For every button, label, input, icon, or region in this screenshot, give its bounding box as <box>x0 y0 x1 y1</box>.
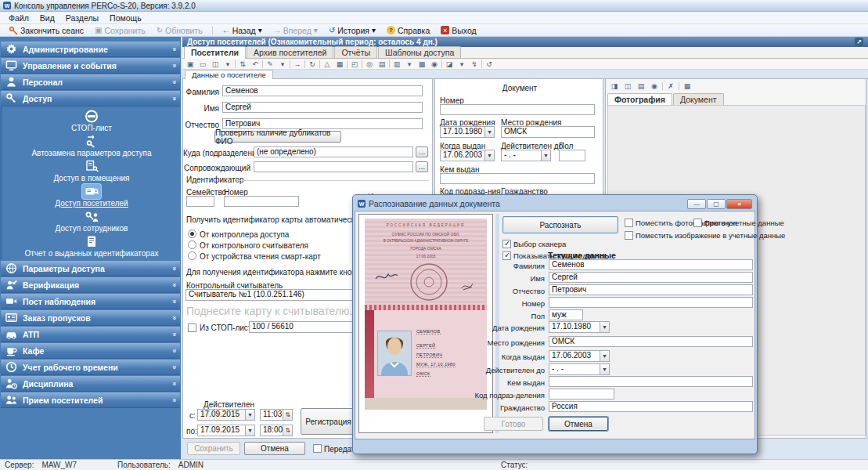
place-photo-checkbox[interactable] <box>625 219 633 227</box>
end-session-button[interactable]: Закончить сеанс <box>3 24 89 36</box>
sidebar-item-observation-post[interactable]: Пост наблюдения » <box>1 294 180 309</box>
done-button[interactable]: Готово <box>484 417 543 431</box>
sidebar-item-verification[interactable]: Верификация » <box>1 277 180 293</box>
collapse-chevron-icon[interactable]: » <box>170 283 178 287</box>
edit-dropdown-icon[interactable]: ▾ <box>277 60 288 69</box>
print-icon[interactable]: ▤ <box>636 81 646 91</box>
card-icon[interactable]: ▤ <box>376 60 387 69</box>
issued-by-field[interactable] <box>440 173 595 184</box>
menu-item[interactable]: Вид <box>34 13 60 24</box>
twain-dialog-checkbox[interactable] <box>502 251 511 260</box>
from-stoplist-checkbox[interactable] <box>188 324 196 332</box>
menu-item[interactable]: Помощь <box>104 13 147 24</box>
surname-field[interactable]: Семенов <box>222 85 423 96</box>
collapse-chevron-icon[interactable]: » <box>170 63 178 67</box>
save-visitor-button[interactable]: Сохранить <box>187 442 240 455</box>
badge-dropdown-icon[interactable]: ▾ <box>456 60 467 69</box>
sidebar-item-cafe[interactable]: Кафе » <box>1 343 180 359</box>
toolbar-icon[interactable] <box>304 60 305 68</box>
photo-tab[interactable]: Фотография <box>607 93 672 106</box>
monitor-icon[interactable]: ▩ <box>416 60 427 69</box>
toolbar-icon[interactable] <box>481 60 482 68</box>
sidebar-item-personnel[interactable]: Персонал » <box>1 74 180 90</box>
history-dropdown-icon[interactable]: ▾ <box>372 27 376 34</box>
sidebar-item-time-tracking[interactable]: Учет рабочего времени » <box>1 360 180 375</box>
from-control-reader-radio[interactable] <box>188 240 196 249</box>
window-icon[interactable]: ▦ <box>334 60 345 69</box>
tab[interactable]: Отчёты <box>334 46 377 58</box>
sidebar-item-id-report[interactable]: Отчет о выданных идентификаторах <box>25 234 159 258</box>
toolbar-icon[interactable] <box>262 60 263 68</box>
valid-from-date[interactable]: 17.09.2015▼ <box>197 409 255 421</box>
lightning-icon[interactable]: ↯ <box>469 60 480 69</box>
protocol-checkbox[interactable] <box>693 219 702 227</box>
sidebar-item-employee-access[interactable]: Доступ сотрудников <box>56 209 128 233</box>
toolbar-icon[interactable] <box>347 60 348 68</box>
export-dropdown-icon[interactable]: ▾ <box>222 60 233 69</box>
dlg-patronymic-field[interactable]: Петрович <box>549 284 753 295</box>
valid-from-time[interactable]: 11:03⇅ <box>260 409 293 421</box>
tab[interactable]: Архив посетителей <box>247 46 333 58</box>
dlg-birth-date-combo[interactable]: 17.10.1980▼ <box>549 321 610 333</box>
printer-dropdown-icon[interactable]: ▾ <box>404 60 415 69</box>
photo-tab[interactable]: Документ <box>673 93 724 105</box>
cancel-visitor-button[interactable]: Отмена <box>244 442 305 455</box>
sidebar-item-pass-orders[interactable]: Заказ пропусков » <box>1 310 180 326</box>
toolbar-icon[interactable] <box>319 60 320 68</box>
tab-visitor-data[interactable]: Данные о посетителе <box>185 70 273 79</box>
number-field[interactable] <box>224 196 299 207</box>
sidebar-item-stop-list[interactable]: СТОП-лист <box>71 109 112 132</box>
delete-photo-icon[interactable]: ✗ <box>665 81 676 91</box>
camera-icon[interactable]: ◉ <box>429 60 440 69</box>
escort-browse-button[interactable]: … <box>416 161 428 172</box>
valid-until-combo[interactable]: - . -▼ <box>501 150 551 161</box>
sidebar-item-discipline[interactable]: Дисциплина » <box>1 376 180 392</box>
from-controller-radio[interactable] <box>188 230 196 238</box>
sidebar-item-atp[interactable]: АТП » <box>1 327 180 342</box>
scanner-select-checkbox[interactable] <box>502 240 511 248</box>
toolbar-icon[interactable] <box>290 60 290 68</box>
exit-button[interactable]: × Выход <box>435 24 481 36</box>
toolbar-icon[interactable] <box>441 60 442 68</box>
maximize-button[interactable]: ▢ <box>707 199 726 209</box>
department-field[interactable]: (не определено) <box>254 146 413 157</box>
find-icon[interactable]: ◎ <box>364 60 375 69</box>
tab[interactable]: Шаблоны доступа <box>378 46 461 58</box>
video-icon[interactable]: ◉ <box>649 81 660 91</box>
issued-date-combo[interactable]: 17.06.2003▼ <box>440 150 495 161</box>
history-button[interactable]: ↺ История ▾ <box>323 24 381 36</box>
photo-toolbar-icon[interactable] <box>679 82 679 90</box>
sidebar-item-room-access[interactable]: Доступ в помещения <box>53 159 129 183</box>
image-icon[interactable]: ▦ <box>682 81 693 91</box>
tab[interactable]: Посетители <box>184 46 246 59</box>
save-button[interactable]: ▣ Сохранить <box>89 24 151 36</box>
camera-import-icon[interactable]: ◨ <box>609 81 620 91</box>
go-icon[interactable]: → <box>292 60 303 69</box>
print-badge-icon[interactable]: ◪ <box>444 60 455 69</box>
family-field[interactable] <box>186 196 214 207</box>
paste-icon[interactable]: ◫ <box>622 81 633 91</box>
department-browse-button[interactable]: … <box>416 146 428 157</box>
dlg-birth-place-field[interactable]: ОМСК <box>549 336 753 347</box>
escort-field[interactable] <box>254 161 413 172</box>
undo-icon[interactable]: ↶ <box>250 60 261 69</box>
collapse-chevron-icon[interactable]: » <box>170 365 178 369</box>
dlg-name-field[interactable]: Сергей <box>549 272 753 283</box>
name-field[interactable]: Сергей <box>222 102 423 113</box>
sidebar-item-auto-replace[interactable]: Автозамена параметров доступа <box>31 134 151 157</box>
edit-access-icon[interactable]: ✎ <box>265 60 276 69</box>
collapse-chevron-icon[interactable]: » <box>170 266 178 270</box>
dlg-issued-by-field[interactable] <box>549 376 753 387</box>
dialog-title-bar[interactable]: W Распознавание данных документа — ▢ × <box>355 197 755 211</box>
printer-icon[interactable]: ▥ <box>391 60 402 69</box>
sidebar-item-visitor-access[interactable]: Доступ посетителей <box>55 184 128 208</box>
dlg-citizenship-field[interactable]: Россия <box>549 401 753 412</box>
sidebar-item-administration[interactable]: Администрирование » <box>1 42 180 57</box>
export-icon[interactable]: ◫ <box>210 60 221 69</box>
forward-dropdown-icon[interactable]: ▾ <box>314 27 318 34</box>
collapse-chevron-icon[interactable]: » <box>170 316 178 320</box>
panel-pin-icon[interactable]: ↗ <box>855 38 863 46</box>
collapse-chevron-icon[interactable]: » <box>170 398 178 402</box>
transfer-rights-checkbox[interactable] <box>313 444 322 453</box>
collapse-chevron-icon[interactable]: » <box>170 349 178 352</box>
